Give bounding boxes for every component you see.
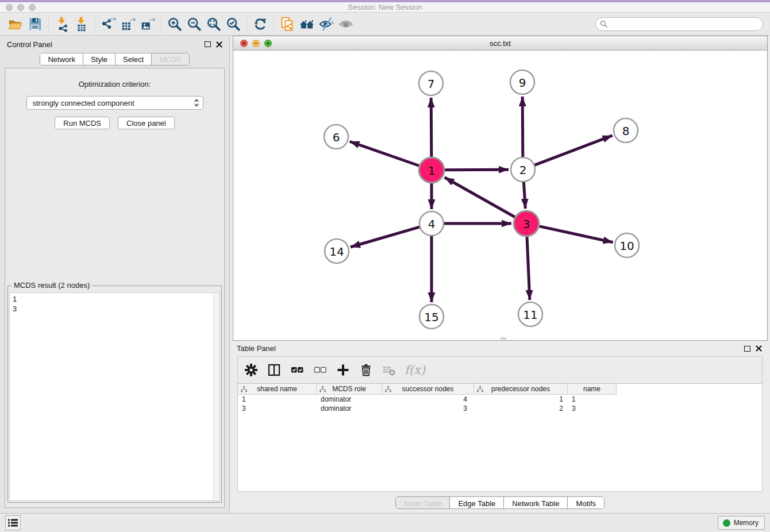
graph-edge-1-7[interactable] bbox=[431, 98, 432, 157]
cell-successor-nodes: 3 bbox=[382, 404, 474, 413]
memory-button[interactable]: Memory bbox=[718, 516, 765, 530]
show-eye-icon bbox=[338, 16, 354, 32]
result-line: 1 bbox=[13, 294, 220, 304]
search-icon bbox=[600, 20, 608, 28]
graph-edge-1-2[interactable] bbox=[444, 169, 509, 170]
graph-node-label: 2 bbox=[519, 163, 527, 177]
attribute-tree-icon bbox=[477, 386, 483, 392]
column-header-successor-nodes[interactable]: successor nodes bbox=[382, 384, 474, 395]
graph-edge-2-9[interactable] bbox=[522, 97, 523, 157]
gear-icon bbox=[244, 363, 258, 377]
hide-selected-button[interactable] bbox=[317, 15, 336, 33]
refresh-icon bbox=[252, 16, 268, 32]
houses-icon bbox=[299, 16, 315, 32]
mcds-result-textarea[interactable]: 1 3 bbox=[9, 292, 220, 501]
tab-select[interactable]: Select bbox=[116, 53, 152, 65]
toggle-panes-button[interactable] bbox=[265, 361, 283, 379]
graph-node-label: 10 bbox=[619, 239, 634, 253]
window-title: Session: New Session bbox=[0, 3, 770, 11]
graph-edge-1-6[interactable] bbox=[350, 141, 420, 165]
delete-column-button[interactable] bbox=[357, 361, 375, 379]
tab-mcds[interactable]: MCDS bbox=[152, 53, 188, 65]
tab-node-table[interactable]: Node Table bbox=[396, 497, 451, 508]
zoom-out-button[interactable] bbox=[184, 15, 204, 33]
tab-style[interactable]: Style bbox=[83, 53, 116, 65]
export-network-icon bbox=[101, 16, 117, 32]
result-scrollbar[interactable] bbox=[213, 293, 220, 500]
graph-node-label: 7 bbox=[428, 77, 435, 91]
close-panel-icon[interactable] bbox=[216, 41, 222, 48]
run-mcds-button[interactable]: Run MCDS bbox=[55, 117, 110, 129]
table-toolbar: f(x) bbox=[238, 357, 762, 383]
tab-network[interactable]: Network bbox=[40, 53, 83, 65]
first-neighbors-button[interactable] bbox=[297, 15, 317, 33]
save-disk-icon bbox=[27, 16, 43, 32]
toolbar-separator bbox=[274, 14, 274, 34]
graph-node-label: 8 bbox=[622, 124, 630, 138]
refresh-button[interactable] bbox=[251, 15, 270, 33]
criterion-value: strongly connected component bbox=[33, 99, 194, 107]
function-builder-button[interactable]: f(x) bbox=[403, 363, 425, 377]
cell-predecessor-nodes: 2 bbox=[474, 404, 568, 413]
column-header-shared-name[interactable]: shared name bbox=[238, 384, 317, 395]
export-network-button[interactable] bbox=[99, 15, 118, 33]
column-header-name[interactable]: name bbox=[568, 384, 617, 395]
cell-shared-name: 1 bbox=[238, 395, 317, 404]
close-panel-button[interactable]: Close panel bbox=[118, 117, 175, 129]
graph-edge-3-11[interactable] bbox=[527, 236, 530, 300]
create-column-button[interactable] bbox=[334, 361, 352, 379]
column-label: MCDS role bbox=[332, 385, 366, 393]
tab-network-table[interactable]: Network Table bbox=[504, 497, 568, 508]
deselect-all-columns-button[interactable] bbox=[311, 361, 329, 379]
hide-eye-icon bbox=[318, 16, 334, 32]
close-table-panel-icon[interactable] bbox=[756, 345, 762, 352]
export-image-icon bbox=[140, 16, 156, 32]
zoom-selected-button[interactable] bbox=[224, 15, 243, 33]
table-container: f(x) shared name MCDS role bbox=[237, 356, 763, 492]
zoom-in-button[interactable] bbox=[165, 15, 184, 33]
open-session-button[interactable] bbox=[6, 15, 25, 33]
memory-status-icon bbox=[723, 519, 730, 527]
graph-edge-4-14[interactable] bbox=[351, 227, 420, 247]
graph-node-label: 1 bbox=[428, 164, 436, 178]
titlebar: Session: New Session bbox=[0, 0, 770, 13]
show-all-button[interactable] bbox=[336, 15, 356, 33]
zoom-fit-button[interactable] bbox=[204, 15, 224, 33]
graph-edge-2-8[interactable] bbox=[534, 136, 613, 165]
delete-table-button[interactable] bbox=[380, 361, 398, 379]
graph-edge-2-3[interactable] bbox=[523, 182, 525, 209]
duplicate-network-button[interactable] bbox=[278, 15, 297, 33]
attribute-tree-icon bbox=[241, 386, 247, 392]
column-label: shared name bbox=[257, 385, 297, 393]
trash-icon bbox=[359, 363, 373, 377]
table-settings-button[interactable] bbox=[242, 361, 260, 379]
cell-mcds-role: dominator bbox=[317, 404, 382, 413]
tab-edge-table[interactable]: Edge Table bbox=[450, 497, 504, 508]
export-table-button[interactable] bbox=[118, 15, 138, 33]
cell-name: 3 bbox=[568, 404, 617, 413]
task-history-button[interactable] bbox=[5, 515, 21, 530]
criterion-dropdown[interactable]: strongly connected component bbox=[26, 96, 203, 110]
import-network-button[interactable] bbox=[52, 15, 72, 33]
table-row[interactable]: 3 dominator 3 2 3 bbox=[238, 404, 762, 413]
import-table-button[interactable] bbox=[72, 15, 91, 33]
save-session-button[interactable] bbox=[25, 15, 45, 33]
graph-edge-3-1[interactable] bbox=[445, 178, 515, 217]
toolbar-separator bbox=[161, 14, 161, 34]
pane-resize-handle[interactable] bbox=[500, 337, 506, 340]
tab-motifs[interactable]: Motifs bbox=[568, 497, 604, 508]
column-header-predecessor-nodes[interactable]: predecessor nodes bbox=[474, 384, 568, 395]
table-header-row: shared name MCDS role successor nodes bbox=[238, 384, 762, 395]
table-row[interactable]: 1 dominator 4 1 1 bbox=[238, 395, 762, 404]
network-canvas[interactable]: 7968124314101511 bbox=[233, 51, 767, 340]
export-image-button[interactable] bbox=[138, 15, 157, 33]
chevron-up-down-icon bbox=[194, 98, 199, 107]
column-header-mcds-role[interactable]: MCDS role bbox=[317, 384, 382, 395]
graph-edge-3-10[interactable] bbox=[538, 226, 613, 242]
result-line: 3 bbox=[13, 304, 220, 314]
search-input[interactable] bbox=[595, 17, 763, 31]
control-panel-title: Control Panel bbox=[7, 40, 52, 49]
float-table-panel-icon[interactable] bbox=[744, 346, 750, 352]
float-panel-icon[interactable] bbox=[205, 41, 211, 47]
select-all-columns-button[interactable] bbox=[288, 361, 306, 379]
